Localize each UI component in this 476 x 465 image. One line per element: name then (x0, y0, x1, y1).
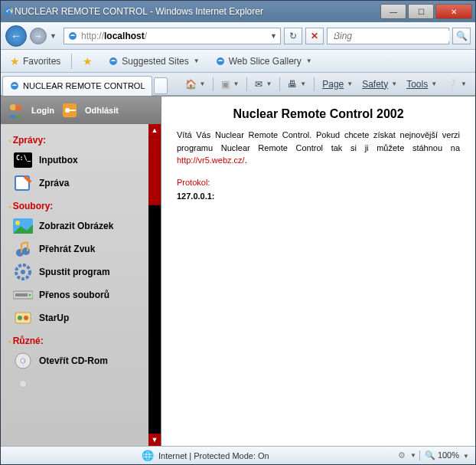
feeds-button[interactable]: ▣▼ (217, 77, 243, 92)
maximize-button[interactable]: ☐ (408, 4, 434, 19)
nav-history-dropdown[interactable]: ▼ (50, 32, 60, 40)
sound-icon (13, 241, 33, 257)
section-zpravy: Zprávy: (8, 135, 147, 146)
tab-ie-icon (9, 80, 20, 91)
svg-rect-10 (69, 110, 76, 111)
page-menu[interactable]: Page▼ (318, 77, 357, 92)
svg-point-19 (21, 270, 25, 274)
ie-small-icon (108, 56, 119, 67)
close-button[interactable]: ✕ (435, 4, 472, 19)
sidebar-item-zvuk[interactable]: Přehrát Zvuk (5, 237, 147, 260)
sidebar-header: Login Odhlásit (1, 97, 161, 124)
stop-button[interactable]: ✕ (305, 28, 324, 44)
gear-icon (13, 264, 33, 280)
svg-point-24 (18, 316, 22, 320)
intro-text: Vítá Vás Nuclear Remote Control. Pokud c… (177, 129, 460, 167)
content-area: Login Odhlásit Zprávy: C:\_ Inputbox Zpr… (1, 96, 475, 446)
favorites-bar: ★ Favorites ★ Suggested Sites▼ Web Slice… (1, 50, 475, 73)
sidebar-item-inputbox[interactable]: C:\_ Inputbox (5, 149, 147, 172)
favorites-button[interactable]: ★ Favorites (5, 53, 65, 70)
sidebar-body: Zprávy: C:\_ Inputbox Zpráva Soubory: Zo… (1, 124, 161, 446)
scroll-down-arrow[interactable]: ▼ (148, 434, 161, 446)
svg-point-6 (10, 104, 16, 110)
window-title: NUCLEAR REMOTE CONTROL - Windows Interne… (15, 6, 379, 17)
sidebar-scrollbar[interactable]: ▲ ▼ (148, 124, 161, 446)
titlebar: NUCLEAR REMOTE CONTROL - Windows Interne… (1, 1, 475, 22)
ie-small-icon-2 (215, 56, 226, 67)
new-tab-button[interactable] (154, 77, 168, 94)
tab-title: NUCLEAR REMOTE CONTROL (23, 81, 145, 90)
key-icon (60, 101, 79, 120)
mail-button[interactable]: ✉▼ (251, 77, 275, 92)
ie-icon (4, 6, 15, 17)
scroll-thumb[interactable] (148, 136, 161, 205)
command-bar: 🏠▼ ▣▼ ✉▼ 🖶▼ Page▼ Safety▼ Tools▼ ❔▼ (181, 77, 474, 92)
sidebar-item-startup[interactable]: StarUp (5, 306, 147, 329)
startup-icon (13, 309, 33, 326)
add-favorites-button[interactable]: ★ (78, 53, 97, 70)
browser-window: NUCLEAR REMOTE CONTROL - Windows Interne… (0, 0, 476, 465)
svg-point-25 (24, 316, 28, 320)
globe-icon: 🌐 (142, 450, 154, 461)
search-box[interactable] (327, 28, 449, 44)
help-button[interactable]: ❔▼ (442, 77, 471, 92)
svg-point-1 (8, 10, 11, 13)
home-button[interactable]: 🏠▼ (181, 77, 210, 92)
separator (246, 77, 247, 91)
page-heading: Nuclear Remote Control 2002 (177, 107, 460, 121)
image-icon (13, 218, 33, 234)
svg-point-7 (15, 105, 21, 111)
logout-link[interactable]: Odhlásit (85, 106, 119, 115)
search-input[interactable] (334, 31, 449, 41)
tools-menu[interactable]: Tools▼ (403, 77, 441, 92)
status-bar: 🌐 Internet | Protected Mode: On ⚙▼ 🔍 100… (1, 446, 475, 464)
tab-row: NUCLEAR REMOTE CONTROL 🏠▼ ▣▼ ✉▼ 🖶▼ Page▼… (1, 73, 475, 96)
main-content: Nuclear Remote Control 2002 Vítá Vás Nuc… (161, 97, 475, 446)
cd-icon-2 (13, 375, 33, 392)
star-add-icon: ★ (83, 55, 93, 67)
address-dropdown[interactable]: ▼ (270, 32, 277, 40)
zoom-control[interactable]: 🔍 100% ▼ (419, 450, 469, 460)
address-bar[interactable]: http://localhost/ ▼ (64, 28, 281, 44)
safety-menu[interactable]: Safety▼ (358, 77, 401, 92)
protokol-value: 127.0.0.1: (177, 192, 460, 201)
separator (314, 77, 315, 91)
protokol-label: Protokol: (177, 178, 460, 187)
svg-point-15 (15, 221, 20, 225)
search-button[interactable]: 🔍 (452, 28, 471, 44)
sidebar-item-cdrom[interactable]: Otevřít CD-Rom (5, 349, 147, 372)
download-link[interactable]: http://vr5.webz.cz/ (177, 156, 245, 165)
svg-point-28 (19, 380, 26, 387)
login-link[interactable]: Login (31, 106, 54, 115)
separator (213, 77, 214, 91)
status-right: ⚙▼ 🔍 100% ▼ (398, 450, 469, 460)
svg-point-22 (29, 294, 31, 296)
url-text: http://localhost/ (81, 31, 267, 41)
section-ruzne: Různé: (8, 336, 147, 346)
print-button[interactable]: 🖶▼ (284, 77, 310, 92)
page-icon (67, 31, 78, 41)
separator (279, 77, 280, 91)
separator (71, 54, 72, 69)
tab-active[interactable]: NUCLEAR REMOTE CONTROL (2, 76, 152, 96)
sidebar-item-prenos[interactable]: Přenos souborů (5, 283, 147, 306)
scroll-up-arrow[interactable]: ▲ (148, 124, 161, 136)
sidebar-item-partial[interactable] (5, 372, 147, 395)
suggested-sites-button[interactable]: Suggested Sites▼ (103, 54, 204, 69)
sidebar-item-spustit[interactable]: Spustit program (5, 260, 147, 283)
note-icon (13, 175, 33, 192)
forward-button[interactable]: → (30, 28, 47, 44)
cd-icon (13, 352, 33, 369)
nav-row: ← → ▼ http://localhost/ ▼ ↻ ✕ 🔍 (1, 22, 475, 50)
svg-point-17 (22, 247, 30, 255)
refresh-button[interactable]: ↻ (284, 28, 302, 44)
back-button[interactable]: ← (5, 25, 27, 47)
sidebar-item-zprava[interactable]: Zpráva (5, 172, 147, 195)
star-icon: ★ (10, 55, 20, 67)
web-slice-button[interactable]: Web Slice Gallery▼ (210, 54, 317, 69)
protected-mode-icon[interactable]: ⚙ (398, 450, 406, 460)
users-icon (7, 101, 25, 120)
pm-dropdown[interactable]: ▼ (410, 452, 416, 459)
minimize-button[interactable]: — (380, 4, 406, 19)
sidebar-item-obrazek[interactable]: Zobrazit Obrázek (5, 214, 147, 237)
